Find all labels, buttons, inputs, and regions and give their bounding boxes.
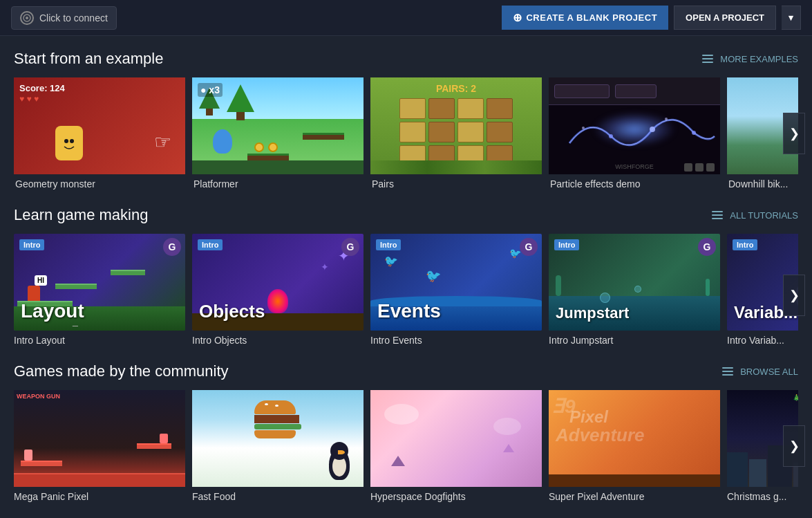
example-thumb-platformer: ● x3 xyxy=(192,77,363,174)
community-label-super-pixel: Super Pixel Adventure xyxy=(549,491,720,502)
intro-title-events: Events xyxy=(377,300,441,322)
plus-circle-icon: ⊕ xyxy=(513,11,522,24)
svg-point-8 xyxy=(582,127,585,129)
more-examples-label: MORE EXAMPLES xyxy=(720,54,798,64)
open-project-dropdown[interactable]: ▾ xyxy=(782,6,801,30)
community-label-mega-panic: Mega Panic Pixel xyxy=(14,491,185,502)
community-card-super-pixel[interactable]: Ǝ9 Pixel Adventure Super Pixel Adventure xyxy=(549,390,720,502)
tutorials-carousel: HI Intro Layout G _ Intro Layout xyxy=(14,234,798,346)
tutorial-label-intro-variables: Intro Variab... xyxy=(727,335,798,346)
more-examples-link[interactable]: MORE EXAMPLES xyxy=(702,54,798,64)
tutorials-title: Learn game making xyxy=(14,206,148,224)
community-next-button[interactable]: ❯ xyxy=(783,425,805,467)
community-section-header: Games made by the community BROWSE ALL xyxy=(14,362,798,380)
svg-rect-2 xyxy=(60,135,78,152)
community-label-christmas: Christmas g... xyxy=(727,491,798,502)
all-tutorials-link[interactable]: ALL TUTORIALS xyxy=(712,210,798,221)
example-card-platformer[interactable]: ● x3 Platformer xyxy=(192,77,363,189)
tutorial-card-intro-jumpstart[interactable]: Intro Jumpstart G Intro Jumpstart xyxy=(549,234,720,346)
intro-badge-objects: Intro xyxy=(198,239,223,250)
chevron-down-icon: ▾ xyxy=(789,12,793,23)
examples-next-button[interactable]: ❯ xyxy=(783,113,805,154)
example-card-geometry-monster[interactable]: Score: 124♥ ♥ ♥ ☞ xyxy=(14,77,185,189)
gdevelop-logo-jumpstart: G xyxy=(698,238,716,256)
example-thumb-pairs: PAIRS: 2 xyxy=(370,77,542,174)
intro-title-jumpstart: Jumpstart xyxy=(556,304,629,322)
community-card-hyperspace[interactable]: Hyperspace Dogfights xyxy=(370,390,542,502)
community-card-fast-food[interactable]: Fast Food xyxy=(192,390,363,502)
tutorial-thumb-intro-events: 🐦 🐦 🐦 Intro Events G xyxy=(370,234,542,331)
tutorial-label-intro-layout: Intro Layout xyxy=(14,335,185,346)
community-label-hyperspace: Hyperspace Dogfights xyxy=(370,491,542,502)
community-thumb-hyperspace xyxy=(370,390,542,487)
example-card-pairs[interactable]: PAIRS: 2 xyxy=(370,77,542,189)
community-card-mega-panic[interactable]: WEAPON GUN Mega Panic Pixel xyxy=(14,390,185,502)
example-label-platformer: Platformer xyxy=(192,178,363,189)
score-overlay: Score: 124♥ ♥ ♥ xyxy=(19,83,65,104)
svg-point-1 xyxy=(26,17,28,19)
svg-point-4 xyxy=(70,139,74,143)
gdevelop-logo-objects: G xyxy=(341,238,359,256)
create-blank-button[interactable]: ⊕ CREATE A BLANK PROJECT xyxy=(502,6,668,30)
svg-point-9 xyxy=(665,118,668,120)
chevron-right-icon-tutorials: ❯ xyxy=(789,288,800,303)
tutorial-label-intro-jumpstart: Intro Jumpstart xyxy=(549,335,720,346)
svg-point-5 xyxy=(609,134,613,138)
example-label-pairs: Pairs xyxy=(370,178,542,189)
examples-title: Start from an example xyxy=(14,50,163,68)
intro-badge-events: Intro xyxy=(376,239,401,250)
header-actions: ⊕ CREATE A BLANK PROJECT OPEN A PROJECT … xyxy=(502,6,801,30)
cursor-icon: ☞ xyxy=(154,131,171,154)
subtitle-layout: _ xyxy=(73,315,78,326)
example-thumb-particles: WISHFORGE xyxy=(549,77,720,174)
examples-carousel: Score: 124♥ ♥ ♥ ☞ xyxy=(14,77,798,189)
gdevelop-logo-events: G xyxy=(520,238,538,256)
list-icon xyxy=(702,55,713,63)
main-content: Start from an example MORE EXAMPLES Scor… xyxy=(0,36,812,518)
svg-point-6 xyxy=(650,127,655,132)
example-thumb-geometry-monster: Score: 124♥ ♥ ♥ ☞ xyxy=(14,77,185,174)
platformer-lives: ● x3 xyxy=(198,83,223,97)
community-title: Games made by the community xyxy=(14,362,229,380)
monster-char xyxy=(55,126,83,160)
gdevelop-logo-layout: G xyxy=(163,238,181,256)
list-icon-community xyxy=(722,367,733,376)
example-card-particles[interactable]: WISHFORGE Particle effects demo xyxy=(549,77,720,189)
intro-badge-variables: Intro xyxy=(733,239,757,250)
example-label-geometry-monster: Geometry monster xyxy=(14,178,185,189)
intro-badge-layout: Intro xyxy=(19,239,44,250)
open-project-button[interactable]: OPEN A PROJECT xyxy=(674,6,776,30)
svg-point-7 xyxy=(692,131,696,135)
list-icon-tutorials xyxy=(712,211,723,219)
tutorial-thumb-intro-jumpstart: Intro Jumpstart G xyxy=(549,234,720,331)
header: Click to connect ⊕ CREATE A BLANK PROJEC… xyxy=(0,0,812,36)
tutorials-list: HI Intro Layout G _ Intro Layout xyxy=(14,234,798,346)
chevron-right-icon-community: ❯ xyxy=(789,438,800,454)
pairs-header: PAIRS: 2 xyxy=(370,83,542,94)
examples-list: Score: 124♥ ♥ ♥ ☞ xyxy=(14,77,798,189)
community-thumb-fast-food xyxy=(192,390,363,487)
community-list: WEAPON GUN Mega Panic Pixel xyxy=(14,390,798,502)
intro-badge-jumpstart: Intro xyxy=(554,239,579,250)
connect-label: Click to connect xyxy=(39,12,108,24)
example-label-downhill: Downhill bik... xyxy=(727,178,798,189)
browse-all-label: BROWSE ALL xyxy=(740,367,798,377)
examples-section-header: Start from an example MORE EXAMPLES xyxy=(14,50,798,68)
tutorial-card-intro-events[interactable]: 🐦 🐦 🐦 Intro Events G Intro Events xyxy=(370,234,542,346)
create-label: CREATE A BLANK PROJECT xyxy=(526,12,657,23)
tutorial-label-intro-objects: Intro Objects xyxy=(192,335,363,346)
example-label-particles: Particle effects demo xyxy=(549,178,720,189)
tutorials-next-button[interactable]: ❯ xyxy=(783,275,805,316)
tutorial-thumb-intro-objects: ✦ ✦ Intro Objects G xyxy=(192,234,363,331)
connect-button[interactable]: Click to connect xyxy=(11,6,117,30)
chevron-right-icon: ❯ xyxy=(789,126,800,141)
connect-icon xyxy=(20,11,34,25)
svg-point-3 xyxy=(64,139,68,143)
browse-all-link[interactable]: BROWSE ALL xyxy=(722,367,798,377)
tutorial-card-intro-objects[interactable]: ✦ ✦ Intro Objects G Intro Objects xyxy=(192,234,363,346)
community-label-fast-food: Fast Food xyxy=(192,491,363,502)
community-thumb-super-pixel: Ǝ9 Pixel Adventure xyxy=(549,390,720,487)
tutorials-section-header: Learn game making ALL TUTORIALS xyxy=(14,206,798,224)
open-label: OPEN A PROJECT xyxy=(686,12,764,23)
tutorial-card-intro-layout[interactable]: HI Intro Layout G _ Intro Layout xyxy=(14,234,185,346)
